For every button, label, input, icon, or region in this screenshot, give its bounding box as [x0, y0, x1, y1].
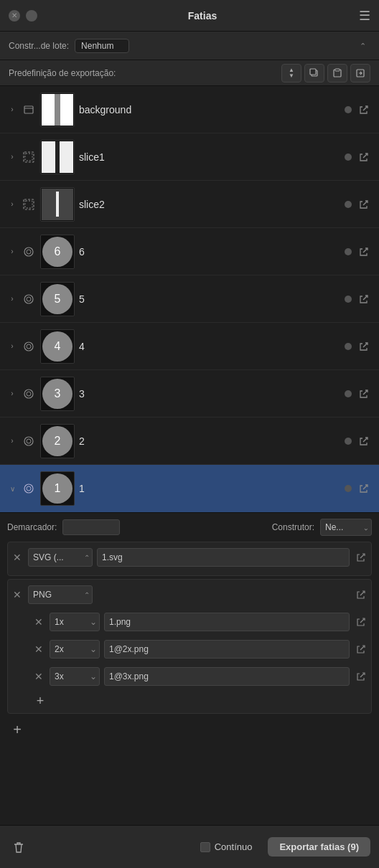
chevron-icon: ›: [7, 200, 17, 208]
visibility-dot[interactable]: [345, 106, 352, 113]
png-format-select-wrapper: PNG: [28, 585, 93, 604]
export-icon[interactable]: [356, 244, 372, 260]
layer-item-5[interactable]: › 5 5: [0, 275, 379, 323]
svg-point-16: [24, 390, 33, 398]
batch-label: Constr...de lote:: [9, 41, 69, 51]
svg-point-17: [27, 392, 31, 396]
scale-3x-select[interactable]: 3x: [50, 667, 100, 686]
export-icon[interactable]: [356, 386, 372, 402]
menu-button[interactable]: ☰: [359, 8, 370, 24]
1x-export-link-icon[interactable]: [354, 615, 368, 629]
svg-rect-7: [25, 154, 32, 161]
layer-item-slice1[interactable]: › slice1: [0, 133, 379, 181]
png-export-link-icon[interactable]: [354, 588, 368, 602]
layer-thumbnail: [40, 93, 75, 127]
remove-1x-btn[interactable]: ✕: [32, 615, 45, 628]
layer-name: 2: [79, 435, 340, 447]
scale-2x-select-wrapper: 2x: [50, 640, 100, 659]
layer-thumbnail: [40, 140, 75, 174]
visibility-dot[interactable]: [345, 390, 352, 397]
layer-item-4[interactable]: › 4 4: [0, 323, 379, 370]
svg-point-18: [24, 437, 33, 445]
export-icon[interactable]: [356, 291, 372, 307]
visibility-dot[interactable]: [345, 438, 352, 445]
constructor-select-wrapper: Ne...: [320, 519, 372, 536]
preset-stepper[interactable]: ▲ ▼: [281, 64, 301, 82]
3x-export-link-icon[interactable]: [354, 669, 368, 684]
export-icon[interactable]: [356, 339, 372, 354]
svg-point-20: [24, 484, 33, 493]
format-select-svg[interactable]: SVG (...: [28, 548, 93, 567]
layer-item-slice2[interactable]: › slice2: [0, 181, 379, 228]
format-select-png[interactable]: PNG: [28, 585, 93, 604]
scale-1x-select[interactable]: 1x: [50, 613, 100, 631]
constructor-select[interactable]: Ne...: [320, 519, 372, 536]
visibility-dot[interactable]: [345, 343, 352, 350]
filename-2x-input[interactable]: [104, 640, 350, 659]
visibility-dot[interactable]: [345, 154, 352, 161]
pip-button[interactable]: [26, 10, 37, 22]
scale-3x-row: ✕ 3x: [11, 664, 368, 689]
layer-item-background[interactable]: › background: [0, 86, 379, 133]
filename-3x-input[interactable]: [104, 667, 350, 686]
chevron-icon: ›: [7, 153, 17, 161]
layer-item-6[interactable]: › 6 6: [0, 228, 379, 275]
circle-thumb: 6: [42, 237, 72, 267]
scale-2x-row: ✕ 2x: [11, 637, 368, 661]
remove-3x-btn[interactable]: ✕: [32, 670, 45, 683]
preset-row: Predefinição de exportação: ▲ ▼: [0, 60, 379, 86]
svg-point-12: [24, 295, 33, 303]
preset-copy-btn[interactable]: [304, 64, 324, 82]
layer-name: 3: [79, 388, 340, 400]
svg-point-10: [24, 247, 33, 256]
scale-3x-select-wrapper: 3x: [50, 667, 100, 686]
svg-filename-input[interactable]: [97, 548, 350, 567]
svg-point-19: [27, 439, 31, 443]
continuous-checkbox[interactable]: [200, 842, 210, 852]
export-icon[interactable]: [356, 197, 372, 212]
visibility-dot[interactable]: [345, 485, 352, 492]
visibility-dot[interactable]: [345, 296, 352, 303]
2x-export-link-icon[interactable]: [354, 642, 368, 656]
export-icon[interactable]: [356, 433, 372, 449]
layer-name: 1: [79, 483, 340, 494]
remove-png-btn[interactable]: ✕: [11, 588, 24, 601]
layer-type-icon: [22, 197, 36, 212]
close-button[interactable]: ✕: [9, 10, 20, 22]
remove-2x-btn[interactable]: ✕: [32, 643, 45, 656]
marker-input[interactable]: [62, 519, 120, 535]
continuous-label: Contínuo: [215, 841, 253, 852]
filename-1x-input[interactable]: [104, 613, 350, 631]
svg-point-14: [24, 342, 33, 351]
layer-thumbnail: [40, 187, 75, 222]
export-icon[interactable]: [356, 149, 372, 165]
layer-item-1[interactable]: ∨ 1 1: [0, 465, 379, 512]
svg-point-11: [27, 250, 31, 254]
scale-2x-select[interactable]: 2x: [50, 640, 100, 659]
preset-paste-btn[interactable]: [327, 64, 347, 82]
layer-type-icon: [22, 339, 36, 354]
export-icon[interactable]: [356, 481, 372, 496]
svg-rect-3: [335, 69, 340, 71]
remove-svg-btn[interactable]: ✕: [11, 551, 24, 564]
layer-item-2[interactable]: › 2 2: [0, 418, 379, 465]
export-slices-button[interactable]: Exportar fatias (9): [268, 837, 370, 857]
constructor-label: Construtor:: [272, 522, 314, 532]
add-format-button[interactable]: +: [7, 720, 27, 740]
layer-item-3[interactable]: › 3 3: [0, 370, 379, 418]
chevron-icon: ›: [7, 247, 17, 255]
add-scale-button[interactable]: +: [31, 692, 50, 710]
visibility-dot[interactable]: [345, 248, 352, 255]
layer-thumbnail: 5: [40, 282, 75, 316]
visibility-dot[interactable]: [345, 201, 352, 208]
trash-button[interactable]: [9, 837, 29, 857]
batch-select-wrapper: Nenhum: [75, 39, 370, 53]
batch-select[interactable]: Nenhum: [75, 39, 129, 53]
chevron-icon: ›: [7, 437, 17, 445]
layer-type-icon: [22, 292, 36, 306]
export-icon[interactable]: [356, 102, 372, 118]
bottom-panel: Demarcador: Construtor: Ne... ✕ SVG (...: [0, 512, 379, 745]
preset-export-btn[interactable]: [350, 64, 370, 82]
svg-export-link-icon[interactable]: [354, 550, 368, 565]
layer-name: 5: [79, 293, 340, 305]
